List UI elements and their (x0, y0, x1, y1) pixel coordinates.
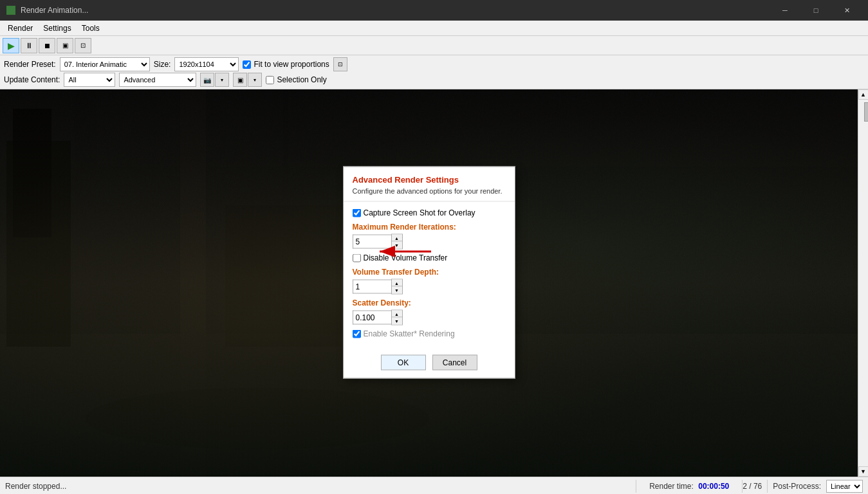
maximize-button[interactable]: □ (801, 0, 831, 21)
max-render-down[interactable]: ▼ (392, 242, 402, 249)
volume-depth-section: Volume Transfer Depth: ▲ ▼ (353, 268, 506, 295)
dialog-footer: OK Cancel (344, 350, 515, 378)
selection-only-label: Selection Only (277, 75, 326, 84)
max-render-input[interactable] (353, 235, 391, 249)
scatter-density-up[interactable]: ▲ (392, 311, 402, 318)
output-mode-group: ▣ ▾ (233, 73, 262, 87)
scroll-thumb[interactable] (864, 102, 869, 122)
render-canvas: Advanced Render Settings Configure the a… (0, 89, 858, 477)
capture-screenshot-row: Capture Screen Shot for Overlay (353, 208, 506, 217)
window-title: Render Animation... (21, 6, 770, 15)
fit-to-view-checkbox[interactable] (243, 60, 251, 69)
enable-skatter-text: Enable Skatter* Rendering (364, 329, 455, 338)
scroll-up-arrow[interactable]: ▲ (858, 89, 869, 100)
enable-skatter-row: Enable Skatter* Rendering (353, 329, 506, 338)
window-controls: ─ □ ✕ (770, 0, 862, 21)
main-content: Advanced Render Settings Configure the a… (0, 89, 868, 477)
render-time-label: Render time: (649, 482, 694, 491)
scrollbar-right[interactable]: ▲ ▼ (858, 89, 868, 477)
modal-overlay: Advanced Render Settings Configure the a… (0, 89, 858, 477)
size-select[interactable]: 1920x1104 (174, 57, 239, 71)
capture-screenshot-label[interactable]: Capture Screen Shot for Overlay (353, 208, 476, 217)
menu-render[interactable]: Render (3, 23, 38, 34)
capture-screenshot-text: Capture Screen Shot for Overlay (364, 208, 476, 217)
output-dropdown-icon[interactable]: ▾ (248, 73, 262, 87)
post-process-select[interactable]: Linear (826, 480, 863, 493)
max-render-section: Maximum Render Iterations: ▲ ▼ (353, 223, 506, 250)
render-time-value: 00:00:50 (698, 482, 729, 491)
volume-depth-label: Volume Transfer Depth: (353, 268, 506, 277)
status-right: 2 / 76 Post-Process: Linear (743, 480, 863, 493)
disable-volume-checkbox[interactable] (353, 253, 361, 262)
camera-button[interactable]: ⊡ (75, 38, 91, 53)
max-render-up[interactable]: ▲ (392, 235, 402, 242)
render-stopped-text: Render stopped... (5, 482, 636, 491)
capture-screenshot-checkbox[interactable] (353, 208, 361, 217)
dropdown-arrow-icon[interactable]: ▾ (215, 73, 229, 87)
max-render-label: Maximum Render Iterations: (353, 223, 506, 232)
ok-button[interactable]: OK (381, 355, 426, 370)
dialog-title: Advanced Render Settings (344, 167, 515, 187)
scatter-density-spinners: ▲ ▼ (391, 310, 403, 325)
scatter-density-label: Scatter Density: (353, 298, 506, 307)
size-label: Size: (154, 60, 171, 69)
fit-to-view-checkbox-label[interactable]: Fit to view proportions (243, 60, 329, 69)
status-divider-1 (636, 480, 636, 493)
max-render-input-row: ▲ ▼ (353, 234, 506, 250)
scatter-density-section: Scatter Density: ▲ ▼ (353, 298, 506, 325)
title-bar: Render Animation... ─ □ ✕ (0, 0, 868, 21)
update-content-label: Update Content: (4, 75, 60, 84)
disable-volume-label[interactable]: Disable Volume Transfer (353, 253, 448, 262)
scroll-down-arrow[interactable]: ▼ (858, 466, 869, 477)
camera-mode-icon[interactable]: 📷 (200, 73, 214, 87)
selection-only-checkbox-label[interactable]: Selection Only (266, 75, 326, 84)
advanced-render-dialog: Advanced Render Settings Configure the a… (343, 167, 515, 379)
volume-depth-input[interactable] (353, 280, 391, 294)
region-button[interactable]: ▣ (57, 38, 73, 53)
scatter-density-input[interactable] (353, 311, 391, 325)
render-preset-label: Render Preset: (4, 60, 56, 69)
status-bar: Render stopped... Render time: 00:00:50 … (0, 477, 868, 494)
post-process-label: Post-Process: (773, 482, 821, 491)
controls-panel: Render Preset: 07. Interior Animatic Siz… (0, 55, 868, 89)
update-content-select[interactable]: All (64, 73, 115, 87)
minimize-button[interactable]: ─ (770, 0, 800, 21)
menu-settings[interactable]: Settings (38, 23, 76, 34)
pause-button[interactable]: ⏸ (21, 38, 37, 53)
max-render-spinners: ▲ ▼ (391, 234, 403, 250)
volume-depth-input-row: ▲ ▼ (353, 279, 506, 295)
play-button[interactable]: ▶ (3, 38, 19, 53)
disable-volume-row: Disable Volume Transfer (353, 253, 506, 262)
render-viewport: Advanced Render Settings Configure the a… (0, 89, 868, 477)
volume-depth-up[interactable]: ▲ (392, 280, 402, 287)
menu-tools[interactable]: Tools (77, 23, 105, 34)
enable-skatter-label[interactable]: Enable Skatter* Rendering (353, 329, 455, 338)
fit-to-view-label: Fit to view proportions (254, 60, 329, 69)
selection-only-checkbox[interactable] (266, 76, 274, 84)
cancel-button[interactable]: Cancel (432, 355, 477, 370)
controls-row1: Render Preset: 07. Interior Animatic Siz… (4, 57, 864, 71)
menu-bar: Render Settings Tools (0, 21, 868, 36)
stop-button[interactable]: ⏹ (39, 38, 55, 53)
scatter-density-down[interactable]: ▼ (392, 318, 402, 325)
output-icon[interactable]: ▣ (233, 73, 247, 87)
close-button[interactable]: ✕ (832, 0, 862, 21)
render-time-section: Render time: 00:00:50 (649, 482, 729, 491)
disable-volume-text: Disable Volume Transfer (364, 253, 448, 262)
status-divider-3 (767, 480, 768, 493)
aspect-ratio-icon[interactable]: ⊡ (333, 57, 347, 71)
dialog-body: Capture Screen Shot for Overlay Maximum … (344, 202, 515, 350)
volume-depth-down[interactable]: ▼ (392, 287, 402, 294)
enable-skatter-checkbox[interactable] (353, 329, 361, 338)
frame-info: 2 / 76 (743, 482, 762, 491)
app-icon (6, 6, 15, 15)
dialog-subtitle: Configure the advanced options for your … (344, 187, 515, 202)
toolbar: ▶ ⏸ ⏹ ▣ ⊡ (0, 36, 868, 55)
volume-depth-spinners: ▲ ▼ (391, 279, 403, 295)
camera-mode-group: 📷 ▾ (200, 73, 229, 87)
advanced-select[interactable]: Advanced (119, 73, 196, 87)
scatter-density-input-row: ▲ ▼ (353, 310, 506, 325)
render-preset-select[interactable]: 07. Interior Animatic (60, 57, 150, 71)
controls-row2: Update Content: All Advanced 📷 ▾ ▣ ▾ Sel… (4, 73, 864, 87)
